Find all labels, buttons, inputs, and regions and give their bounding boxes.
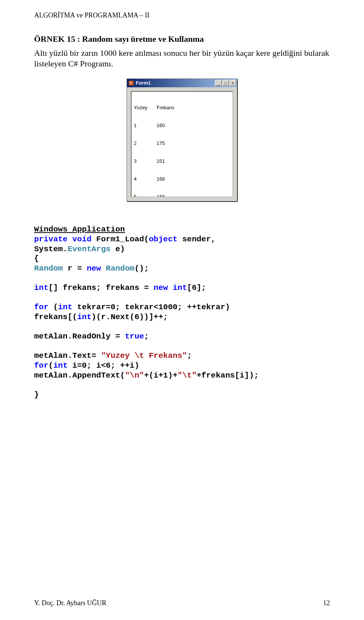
str: "Yuzey \t Frekans" <box>101 351 187 360</box>
table-row: 1160 <box>134 122 230 129</box>
code-text: ( <box>49 361 53 370</box>
app-icon <box>128 80 134 86</box>
code-text <box>168 283 173 292</box>
form1-window: Form1 _ □ × YuzeyFrekans 1160 2175 3151 … <box>127 79 237 201</box>
close-button[interactable]: × <box>229 80 236 86</box>
code-text: sender, <box>177 235 216 244</box>
code-text: metAlan.ReadOnly = <box>34 332 125 341</box>
code-text: r = <box>63 264 87 273</box>
header-line: ALGORİTMA ve PROGRAMLAMA – II <box>34 11 330 19</box>
kw-private: private <box>34 235 67 244</box>
window-body: YuzeyFrekans 1160 2175 3151 4168 5166 61… <box>127 87 237 201</box>
cell-yuzey: 1 <box>134 122 157 129</box>
code-text: frekans[( <box>34 313 77 321</box>
code-text: +frekans[i]); <box>197 371 259 380</box>
sub-description: Altı yüzlü bir zarın 1000 kere atılması … <box>34 48 330 69</box>
code-text: i=0; i<6; ++i) <box>67 361 139 370</box>
kw-int: int <box>173 283 187 292</box>
kw-int: int <box>77 313 91 321</box>
code-text: +(i+1)+ <box>144 371 177 380</box>
footer-left: Y. Doç. Dr. Aybars UĞUR <box>34 599 107 607</box>
maximize-button[interactable]: □ <box>222 80 229 86</box>
kw-void: void <box>67 235 91 244</box>
page-number: 12 <box>323 599 330 607</box>
output-textbox[interactable]: YuzeyFrekans 1160 2175 3151 4168 5166 61… <box>131 91 233 197</box>
heading-prefix: ÖRNEK 15 : <box>34 34 82 44</box>
str: "\t" <box>177 371 196 380</box>
footer: Y. Doç. Dr. Aybars UĞUR 12 <box>34 599 330 607</box>
cell-yuzey: 2 <box>134 140 157 146</box>
brace: { <box>34 254 39 263</box>
code-text: (); <box>135 264 149 273</box>
col-header-frekans: Frekans <box>157 104 174 111</box>
svg-rect-1 <box>130 82 131 83</box>
kw-object: object <box>149 235 177 244</box>
code-text: Form1_Load( <box>91 235 149 244</box>
code-text: e) <box>111 245 125 253</box>
cell-yuzey: 4 <box>134 176 157 182</box>
kw-for: for <box>34 361 49 370</box>
col-header-yuzey: Yuzey <box>134 104 157 111</box>
cell-frekans: 160 <box>157 122 165 129</box>
heading-title: Random sayı üretme ve Kullanma <box>82 34 204 44</box>
table-header: YuzeyFrekans <box>134 104 230 111</box>
table-row: 2175 <box>134 140 230 146</box>
cell-frekans: 175 <box>157 140 165 146</box>
code-line: Windows Application <box>34 225 125 234</box>
minimize-button[interactable]: _ <box>215 80 222 86</box>
code-text: ( <box>49 303 58 312</box>
kw-int: int <box>34 283 49 292</box>
code-text <box>101 264 106 273</box>
kw-int: int <box>53 361 67 370</box>
code-text: [] frekans; frekans = <box>49 283 154 292</box>
kw-new: new <box>87 264 101 273</box>
kw-new: new <box>154 283 168 292</box>
code-text: tekrar=0; tekrar<1000; ++tekrar) <box>72 303 230 312</box>
cell-frekans: 168 <box>157 176 165 182</box>
cell-frekans: 151 <box>157 158 165 164</box>
titlebar: Form1 _ □ × <box>127 79 237 87</box>
brace: } <box>34 390 39 399</box>
table-row: 5166 <box>134 194 230 197</box>
code-text: System. <box>34 245 67 253</box>
code-text: [6]; <box>187 283 206 292</box>
code-text: ; <box>187 351 192 360</box>
cell-frekans: 166 <box>157 194 165 197</box>
kw-for: for <box>34 303 49 312</box>
code-text: metAlan.Text= <box>34 351 101 360</box>
type-random: Random <box>34 264 63 273</box>
example-heading: ÖRNEK 15 : Random sayı üretme ve Kullanm… <box>34 34 330 45</box>
table-row: 3151 <box>134 158 230 164</box>
kw-true: true <box>125 332 144 341</box>
kw-int: int <box>58 303 72 312</box>
cell-yuzey: 3 <box>134 158 157 164</box>
str: "\n" <box>125 371 144 380</box>
cell-yuzey: 5 <box>134 194 157 197</box>
type-eventargs: EventArgs <box>67 245 110 253</box>
code-text: ; <box>144 332 149 341</box>
window-title: Form1 <box>136 80 215 86</box>
code-block: Windows Application private void Form1_L… <box>34 215 330 400</box>
code-text: )(r.Next(6))]++; <box>91 313 168 321</box>
type-random: Random <box>106 264 135 273</box>
table-row: 4168 <box>134 176 230 182</box>
code-text: metAlan.AppendText( <box>34 371 125 380</box>
